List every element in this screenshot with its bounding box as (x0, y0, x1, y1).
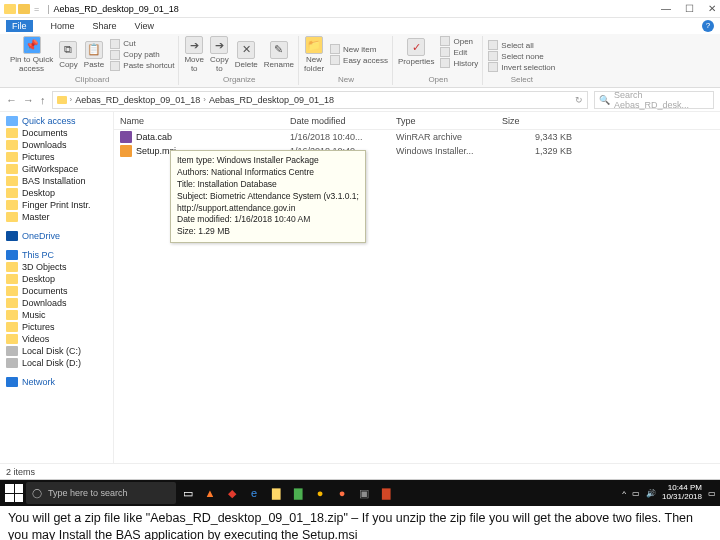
select-none-button[interactable]: Select none (488, 51, 555, 61)
folder-icon (6, 152, 18, 162)
maximize-button[interactable]: ☐ (685, 3, 694, 14)
clock[interactable]: 10:44 PM 10/31/2018 (662, 484, 702, 502)
file-icon (120, 131, 132, 143)
delete-button[interactable]: ✕Delete (235, 41, 258, 69)
sidebar-item[interactable]: Videos (0, 333, 113, 345)
sidebar-item[interactable]: Master (0, 211, 113, 223)
col-type[interactable]: Type (396, 116, 502, 126)
properties-button[interactable]: ✓Properties (398, 38, 434, 66)
copy-button[interactable]: ⧉Copy (59, 41, 78, 69)
minimize-button[interactable]: — (661, 3, 671, 14)
sidebar-item[interactable]: Desktop (0, 273, 113, 285)
taskbar-search[interactable]: ◯ Type here to search (26, 482, 176, 504)
excel-icon[interactable]: ▇ (288, 483, 308, 503)
chrome-icon[interactable]: ● (310, 483, 330, 503)
new-folder-button[interactable]: 📁New folder (304, 36, 324, 73)
folder-icon (6, 128, 18, 138)
copy-to-icon: ➔ (210, 36, 228, 54)
explorer-window: = | Aebas_RD_desktop_09_01_18 — ☐ ✕ File… (0, 0, 720, 480)
edit-button[interactable]: Edit (440, 47, 478, 57)
col-date[interactable]: Date modified (290, 116, 396, 126)
breadcrumb[interactable]: Aebas_RD_desktop_09_01_18 (209, 95, 334, 105)
network-tray-icon[interactable]: ▭ (632, 489, 640, 498)
firefox-icon[interactable]: ● (332, 483, 352, 503)
new-item-button[interactable]: New item (330, 44, 388, 54)
explorer-icon[interactable]: ▇ (266, 483, 286, 503)
move-to-button[interactable]: ➔Move to (184, 36, 204, 73)
rename-button[interactable]: ✎Rename (264, 41, 294, 69)
easy-access-button[interactable]: Easy access (330, 55, 388, 65)
open-button[interactable]: Open (440, 36, 478, 46)
sidebar-item[interactable]: Finger Print Instr. (0, 199, 113, 211)
cut-button[interactable]: Cut (110, 39, 174, 49)
menu-file[interactable]: File (6, 20, 33, 32)
new-item-icon (330, 44, 340, 54)
paste-button[interactable]: 📋Paste (84, 41, 104, 69)
refresh-button[interactable]: ↻ (575, 95, 583, 105)
sidebar-quick-access[interactable]: Quick access (0, 114, 113, 127)
back-button[interactable]: ← (6, 94, 17, 106)
file-row[interactable]: Data.cab1/16/2018 10:40...WinRAR archive… (114, 130, 720, 144)
folder-icon (6, 164, 18, 174)
help-icon[interactable]: ? (702, 20, 714, 32)
edge-icon[interactable]: e (244, 483, 264, 503)
pin-icon: 📌 (23, 36, 41, 54)
address-field[interactable]: › Aebas_RD_desktop_09_01_18 › Aebas_RD_d… (52, 91, 589, 109)
sidebar-item[interactable]: Local Disk (D:) (0, 357, 113, 369)
sidebar-item[interactable]: Pictures (0, 321, 113, 333)
volume-tray-icon[interactable]: 🔊 (646, 489, 656, 498)
edit-icon (440, 47, 450, 57)
task-view-button[interactable]: ▭ (178, 483, 198, 503)
file-pane: Name Date modified Type Size Data.cab1/1… (114, 112, 720, 463)
paste-shortcut-button[interactable]: Paste shortcut (110, 61, 174, 71)
menu-view[interactable]: View (135, 21, 154, 31)
sidebar-item[interactable]: Desktop (0, 187, 113, 199)
sidebar-item[interactable]: Documents (0, 285, 113, 297)
pc-icon (6, 250, 18, 260)
sidebar-item[interactable]: 3D Objects (0, 261, 113, 273)
history-button[interactable]: History (440, 58, 478, 68)
vlc-icon[interactable]: ▲ (200, 483, 220, 503)
menubar: File Home Share View ? (0, 18, 720, 34)
sidebar-item[interactable]: Local Disk (C:) (0, 345, 113, 357)
forward-button[interactable]: → (23, 94, 34, 106)
sidebar-network[interactable]: Network (0, 375, 113, 388)
titlebar: = | Aebas_RD_desktop_09_01_18 — ☐ ✕ (0, 0, 720, 18)
cut-icon (110, 39, 120, 49)
copy-path-button[interactable]: Copy path (110, 50, 174, 60)
up-button[interactable]: ↑ (40, 94, 46, 106)
sidebar-item[interactable]: Downloads (0, 139, 113, 151)
sidebar-item[interactable]: Documents (0, 127, 113, 139)
folder-icon (18, 4, 30, 14)
pin-button[interactable]: 📌Pin to Quick access (10, 36, 53, 73)
pdf-icon[interactable]: ◆ (222, 483, 242, 503)
new-folder-icon: 📁 (305, 36, 323, 54)
sidebar-onedrive[interactable]: OneDrive (0, 229, 113, 242)
sidebar-item[interactable]: GitWorkspace (0, 163, 113, 175)
col-name[interactable]: Name (120, 116, 290, 126)
tray-chevron-icon[interactable]: ^ (622, 489, 626, 498)
sidebar-item[interactable]: Music (0, 309, 113, 321)
sidebar-item[interactable]: Downloads (0, 297, 113, 309)
notifications-icon[interactable]: ▭ (708, 489, 716, 498)
sidebar-this-pc[interactable]: This PC (0, 248, 113, 261)
col-size[interactable]: Size (502, 116, 572, 126)
select-all-button[interactable]: Select all (488, 40, 555, 50)
separator: = (34, 4, 39, 14)
folder-icon (6, 310, 18, 320)
menu-home[interactable]: Home (51, 21, 75, 31)
sidebar-item[interactable]: BAS Installation (0, 175, 113, 187)
ribbon-group-clipboard: 📌Pin to Quick access ⧉Copy 📋Paste Cut Co… (6, 36, 179, 85)
app-icon[interactable]: ▣ (354, 483, 374, 503)
copy-path-icon (110, 50, 120, 60)
menu-share[interactable]: Share (93, 21, 117, 31)
search-input[interactable]: 🔍 Search Aebas_RD_desk... (594, 91, 714, 109)
sidebar-item[interactable]: Pictures (0, 151, 113, 163)
powerpoint-icon[interactable]: ▇ (376, 483, 396, 503)
close-button[interactable]: ✕ (708, 3, 716, 14)
breadcrumb[interactable]: Aebas_RD_desktop_09_01_18 (75, 95, 200, 105)
search-icon: 🔍 (599, 95, 610, 105)
invert-selection-button[interactable]: Invert selection (488, 62, 555, 72)
start-button[interactable] (4, 483, 24, 503)
copy-to-button[interactable]: ➔Copy to (210, 36, 229, 73)
